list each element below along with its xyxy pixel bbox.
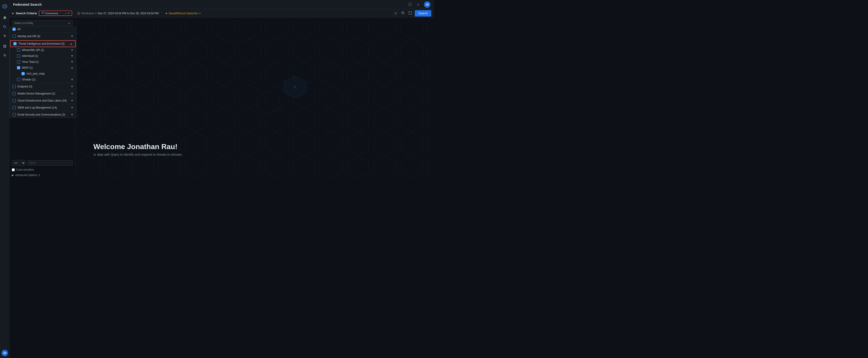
circl-checkbox[interactable]: ✓ [22,72,25,75]
threat-intel-label: Threat Intelligence and Enrichment (5) [18,42,68,45]
svg-line-3 [5,27,6,28]
dropdown-item-mobile[interactable]: Mobile Device Management (1) ▼ [10,91,76,97]
advanced-options-toggle[interactable]: ▶ Advanced Options ℹ [12,173,73,177]
timeframe-label: Timeframe [81,12,94,15]
divider2 [162,11,162,15]
sidebar-sparkle-icon[interactable] [1,32,9,40]
value-input[interactable] [27,160,73,166]
siem-checkbox[interactable] [12,106,16,109]
dropdown-item-identity-hr[interactable]: Identity and HR (4) ▼ [10,33,76,39]
whoisxml-label: WhoisXML API (1) [22,48,69,52]
expand-icon[interactable] [407,11,413,16]
clear-button[interactable]: ✕ [393,11,398,16]
sidebar-puzzle-icon[interactable] [1,42,9,50]
sidebar-logo [1,2,9,10]
main-content: Federated Search ? JR ▶ Search Criteria [9,0,434,179]
alienvault-checkbox[interactable] [17,54,20,58]
divider-h5 [10,97,76,97]
topbar-avatar[interactable]: JR [424,1,430,8]
all-label: All [18,28,73,31]
page-title: Federated Search [13,2,405,6]
dropdown-item-shodan[interactable]: Shodan (1) ▼ [10,76,76,83]
all-checkbox[interactable]: ─ [12,28,16,31]
circl-label: circl_pub_misp [27,72,73,75]
connectors-chevron: ▼ [59,12,61,14]
left-panel: Select an Entity ▼ ─ All Identity and HR… [9,18,75,179]
sidebar-settings-icon[interactable] [1,51,9,59]
email-checkbox[interactable] [12,113,16,116]
search-criteria-label: Search Criteria [16,11,37,15]
zoom-icon[interactable] [400,11,406,16]
svg-line-15 [42,13,42,13]
siem-label: SIEM and Log Management (14) [18,106,69,109]
value-row: == != contains [12,160,73,166]
dropdown-item-threat-intel[interactable]: ─ Threat Intelligence and Enrichment (5)… [10,40,76,47]
misp-label: MISP (1) [22,66,69,69]
help-button[interactable]: ? [407,1,413,8]
dropdown-item-all[interactable]: ─ All [10,26,76,32]
siem-arrow[interactable]: ▼ [71,106,73,109]
dropdown-item-circl[interactable]: ✓ circl_pub_misp [10,71,76,76]
dropdown-item-siem[interactable]: SIEM and Log Management (14) ▼ [10,105,76,110]
advanced-options-label: Advanced Options [15,173,37,177]
cloud-checkbox[interactable] [12,99,16,102]
svg-point-11 [41,12,42,13]
shodan-arrow[interactable]: ▼ [71,78,73,81]
sidebar-home-icon[interactable] [1,13,9,22]
email-label: Email Security and Communications (2) [18,113,69,116]
svg-line-14 [42,12,42,13]
svg-text:?: ? [409,3,411,6]
whoisxml-arrow[interactable]: ▼ [71,48,73,52]
divider [74,11,74,15]
welcome-section: Welcome Jonathan Rau! ur data with Query… [93,142,183,156]
identity-hr-arrow[interactable]: ▼ [71,35,73,38]
dropdown-item-misp[interactable]: ✓ MISP (1) ▲ [10,65,76,71]
svg-point-13 [42,13,43,14]
dropdown-item-cloud[interactable]: Cloud Infrastructure and Data Lakes (19)… [10,98,76,103]
endpoint-checkbox[interactable] [12,85,16,88]
timeframe-trigger[interactable]: Timeframe ▼ Nov 27, 2024 03:04 PM to Nov… [76,11,160,15]
threat-intel-checkbox[interactable]: ─ [13,42,17,45]
alienvault-arrow[interactable]: ▼ [71,54,73,58]
mobile-checkbox[interactable] [12,92,16,95]
connectors-label: Connectors [44,12,59,15]
dropdown-item-whoisxml[interactable]: WhoisXML API (1) ▼ [10,47,76,53]
dropdown-item-alienvault[interactable]: AlienVault (1) ▼ [10,53,76,59]
clock-icon [77,12,80,15]
cloud-arrow[interactable]: ▼ [71,99,73,102]
entity-chevron: ▼ [68,22,70,25]
svg-rect-5 [5,45,6,46]
advanced-options-chevron: ▶ [12,173,14,177]
dropdown-item-endpoint[interactable]: Endpoint (3) ▼ [10,84,76,90]
entity-selector[interactable]: Select an Entity ▼ [12,20,73,26]
whoisxml-checkbox[interactable] [17,48,20,52]
collapse-icon: ▶ [12,12,14,15]
sidebar-search-icon[interactable] [1,23,9,31]
mobile-arrow[interactable]: ▼ [71,92,73,95]
identity-hr-checkbox[interactable] [12,35,16,38]
virustotal-checkbox[interactable] [17,60,20,63]
misp-checkbox[interactable]: ✓ [17,66,20,69]
case-sensitive-row: Case-sensitive [12,168,73,171]
dropdown-item-virustotal[interactable]: Virus Total (1) ▼ [10,59,76,65]
shodan-checkbox[interactable] [17,78,20,81]
svg-line-18 [404,13,404,14]
export-button[interactable] [415,1,421,8]
operator-select[interactable]: == != contains [12,160,25,166]
connectors-dropdown-trigger[interactable]: Connectors ▼ 1 of 48 [39,11,72,16]
saved-searches-label: Saved/Recent Searches [168,12,198,15]
sidebar: JR [0,0,9,179]
endpoint-arrow[interactable]: ▼ [71,85,73,88]
threat-intel-arrow[interactable]: ▲ [70,42,72,45]
dropdown-item-email[interactable]: Email Security and Communications (2) ▼ [10,112,76,118]
virustotal-arrow[interactable]: ▼ [71,60,73,63]
misp-arrow[interactable]: ▲ [71,66,73,69]
collapse-button[interactable]: ▶ [12,12,14,15]
email-arrow[interactable]: ▼ [71,113,73,116]
divider-h3 [10,83,76,83]
svg-rect-4 [3,45,4,46]
timeframe-value: Nov 27, 2024 03:04 PM to Nov 28, 2024 03… [98,12,159,15]
saved-searches-trigger[interactable]: ★ Saved/Recent Searches ▼ [164,11,202,15]
case-sensitive-checkbox[interactable] [12,168,15,171]
search-button-top[interactable]: Search [415,10,431,17]
